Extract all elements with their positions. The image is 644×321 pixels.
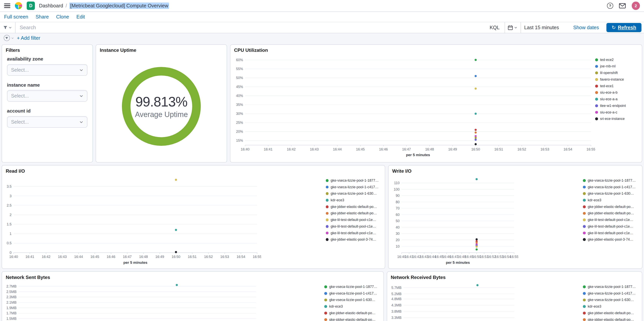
share-link[interactable]: Share <box>36 14 49 20</box>
legend-label: siu-ece-a-b <box>600 90 618 94</box>
svg-text:16:44: 16:44 <box>333 147 342 151</box>
dashboard-menu-bar: Full screen Share Clone Edit <box>0 12 644 22</box>
legend-item[interactable]: gke-lil-test-default-pool-c1e… <box>326 224 382 229</box>
date-quick-select-button[interactable] <box>505 22 520 33</box>
legend-dot-icon <box>326 225 329 228</box>
legend-item[interactable]: gke-jddwr-elastic-default-po… <box>583 211 639 216</box>
legend-item[interactable]: tlee-w1-endpoint <box>595 103 639 108</box>
legend-item[interactable]: gke-vseca-lizzie-pool-1-1877… <box>324 284 380 290</box>
legend-item[interactable]: gke-vseca-lizzie-pool-1-630… <box>326 191 382 196</box>
legend-item[interactable]: gke-jddwr-elastic-default-po… <box>583 317 639 321</box>
legend-item[interactable]: kdr-ece3 <box>583 304 639 309</box>
top-navigation-bar: D Dashboard / [Metricbeat Googlecloud] C… <box>0 0 644 12</box>
refresh-button[interactable]: ↻ Refresh <box>606 23 642 32</box>
legend-item[interactable]: gke-vseca-lizzie-pool-1-1877… <box>583 284 639 290</box>
search-input[interactable] <box>16 24 485 30</box>
filter-options-button[interactable] <box>4 35 14 41</box>
elastic-logo[interactable] <box>14 2 22 10</box>
legend-label: gke-vseca-lizzie-pool-1-c417… <box>588 292 636 296</box>
svg-text:2.5: 2.5 <box>6 204 12 207</box>
legend-item[interactable]: siu-ece-a-c <box>595 110 639 115</box>
read-io-plot[interactable]: 00.511.522.533.516:4016:4116:4216:4316:4… <box>3 174 326 266</box>
legend-item[interactable]: favero-instance <box>595 77 639 82</box>
kibana-dashboard-app: D Dashboard / [Metricbeat Googlecloud] C… <box>0 0 644 321</box>
page-title: [Metricbeat Googlecloud] Compute Overvie… <box>69 2 169 9</box>
show-dates-link[interactable]: Show dates <box>573 25 599 30</box>
network-sent-plot[interactable]: 1.5MB1.7MB1.9MB2.1MB2.3MB2.5MB2.7MB16:40… <box>3 281 324 321</box>
help-icon[interactable]: ? <box>607 3 613 9</box>
select-placeholder: Select... <box>11 67 29 73</box>
legend-dot-icon <box>326 218 329 221</box>
svg-text:16:51: 16:51 <box>494 147 503 151</box>
legend-item[interactable]: kdr-ece3 <box>324 304 380 309</box>
user-avatar[interactable]: 2 <box>632 2 640 10</box>
kql-syntax-button[interactable]: KQL <box>485 25 504 30</box>
saved-query-menu-button[interactable] <box>0 22 16 33</box>
legend-item[interactable]: gke-jddwr-elastic-default-po… <box>324 310 380 316</box>
data-point <box>474 138 477 141</box>
cpu-utilization-plot[interactable]: 15%20%25%30%35%40%45%50%55%60%16:4016:41… <box>231 54 595 159</box>
legend-item[interactable]: gke-vseca-lizzie-pool-1-1877… <box>583 178 639 183</box>
legend-dot-icon <box>583 312 586 314</box>
legend-item[interactable]: gke-lil-test-default-pool-c1e… <box>326 230 382 236</box>
legend-item[interactable]: gke-jddwr-elastic-default-po… <box>583 310 639 316</box>
legend-item[interactable]: gke-jddwr-elastic-pool-3-74… <box>583 237 639 242</box>
legend-label: gke-vseca-lizzie-pool-1-630… <box>331 192 377 196</box>
legend-label: gke-jddwr-elastic-default-po… <box>329 311 376 315</box>
legend-item[interactable]: gke-vseca-lizzie-pool-1-630… <box>324 297 380 302</box>
legend-item[interactable]: gke-vseca-lizzie-pool-1-630… <box>583 297 639 302</box>
legend-item[interactable]: kdr-ece3 <box>583 198 639 203</box>
svg-text:16:53: 16:53 <box>540 147 549 151</box>
full-screen-link[interactable]: Full screen <box>4 14 28 20</box>
legend-item[interactable]: lil-openshift <box>595 70 639 76</box>
newsfeed-mail-icon[interactable] <box>619 3 626 8</box>
legend-item[interactable]: gke-lil-test-default-pool-c1e… <box>583 230 639 236</box>
filter-control-group: instance name Select... <box>7 82 88 102</box>
instance-name-select[interactable]: Select... <box>7 90 88 102</box>
legend-dot-icon <box>595 91 598 94</box>
space-badge[interactable]: D <box>27 2 35 10</box>
legend-item[interactable]: gke-vseca-lizzie-pool-1-c417… <box>583 184 639 190</box>
panel-title: Network Received Bytes <box>387 272 642 281</box>
legend-item[interactable]: gke-jddwr-elastic-default-po… <box>324 317 380 321</box>
account-id-select[interactable]: Select... <box>7 116 88 128</box>
legend-item[interactable]: ted-ece1 <box>595 83 639 88</box>
legend-item[interactable]: gke-lil-test-default-pool-c1e… <box>583 217 639 222</box>
legend-item[interactable]: gke-vseca-lizzie-pool-1-1877… <box>326 178 382 183</box>
legend-item[interactable]: gke-lil-test-default-pool-c1e… <box>583 224 639 229</box>
legend-item[interactable]: sri-ece-instance <box>595 116 639 122</box>
legend-label: tlee-w1-endpoint <box>600 104 626 108</box>
breadcrumb-root-link[interactable]: Dashboard <box>39 3 63 8</box>
legend-item[interactable]: kdr-ece3 <box>326 198 382 203</box>
edit-link[interactable]: Edit <box>76 14 85 20</box>
legend-item[interactable]: ted-ece2 <box>595 57 639 62</box>
legend-dot-icon <box>583 179 586 182</box>
svg-text:20%: 20% <box>236 130 243 134</box>
legend-item[interactable]: gke-jddwr-elastic-default-po… <box>326 204 382 209</box>
svg-text:16:43: 16:43 <box>58 255 66 259</box>
svg-text:16:49: 16:49 <box>155 255 164 259</box>
legend-item[interactable]: gke-lil-test-default-pool-c1e… <box>326 217 382 222</box>
legend-item[interactable]: gke-vseca-lizzie-pool-1-c417… <box>583 291 639 296</box>
legend-item[interactable]: siu-ece-a-b <box>595 90 639 95</box>
legend-label: gke-jddwr-elastic-default-po… <box>588 318 634 321</box>
add-filter-link[interactable]: + Add filter <box>17 35 40 41</box>
hamburger-menu-icon[interactable] <box>4 4 10 8</box>
legend-item[interactable]: siu-ece-a-a <box>595 96 639 102</box>
legend-item[interactable]: gke-jddwr-elastic-default-po… <box>583 204 639 209</box>
legend-item[interactable]: gke-jddwr-elastic-default-po… <box>326 211 382 216</box>
legend-item[interactable]: gke-vseca-lizzie-pool-1-630… <box>583 191 639 196</box>
legend-item[interactable]: joe-mb-ml <box>595 64 639 69</box>
availability-zone-select[interactable]: Select... <box>7 64 88 76</box>
data-point <box>476 238 478 240</box>
write-io-plot[interactable]: 10203040506070809010011016:4016:4116:421… <box>389 174 583 266</box>
legend-item[interactable]: gke-vseca-lizzie-pool-1-c417… <box>326 184 382 190</box>
network-received-plot[interactable]: 3.3MB3.8MB4.3MB4.8MB5.2MB5.7MB16:4016:41… <box>388 281 583 321</box>
clone-link[interactable]: Clone <box>56 14 69 20</box>
legend-dot-icon <box>583 238 586 241</box>
legend-item[interactable]: gke-jddwr-elastic-pool-3-74… <box>326 237 382 242</box>
time-range-value[interactable]: Last 15 minutes <box>524 25 559 30</box>
chevron-down-icon <box>79 94 83 98</box>
topbar-actions: ? 2 <box>607 2 640 10</box>
legend-item[interactable]: gke-vseca-lizzie-pool-1-c417… <box>324 291 380 296</box>
